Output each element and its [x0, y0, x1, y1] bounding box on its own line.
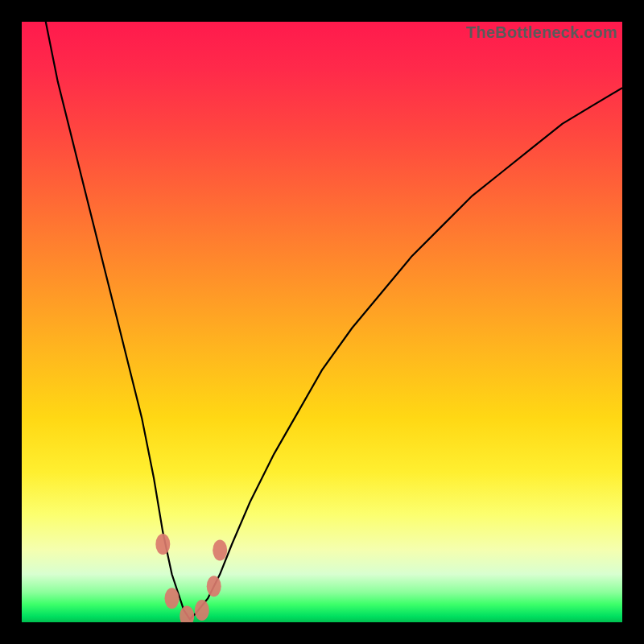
data-point [165, 588, 180, 609]
data-point [207, 576, 221, 597]
data-point [195, 600, 209, 621]
data-point [213, 540, 227, 561]
curve-data-points [155, 534, 227, 622]
chart-frame: TheBottleneck.com [0, 0, 644, 644]
chart-svg [22, 22, 622, 622]
bottleneck-curve [34, 22, 622, 619]
plot-area: TheBottleneck.com [22, 22, 622, 622]
data-point [180, 606, 194, 623]
data-point [155, 534, 170, 555]
